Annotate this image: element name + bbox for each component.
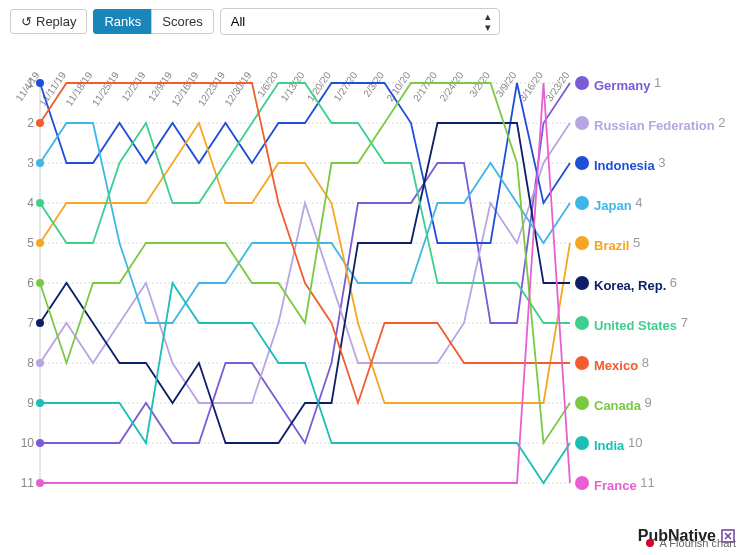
series-end-dot (575, 156, 589, 170)
series-label: Brazil 5 (594, 235, 640, 253)
series-start-dot (36, 119, 44, 127)
replay-button[interactable]: ↻ Replay (10, 9, 87, 34)
x-tick-label: 1/27/20 (331, 69, 359, 103)
series-line (40, 283, 570, 483)
replay-icon: ↻ (21, 14, 32, 29)
series-line (40, 123, 570, 323)
y-tick-label: 3 (27, 156, 34, 170)
series-end-dot (575, 396, 589, 410)
y-tick-label: 2 (27, 116, 34, 130)
series-label: India 10 (594, 435, 642, 453)
ranks-tab[interactable]: Ranks (93, 9, 152, 34)
series-label: Indonesia 3 (594, 155, 666, 173)
y-tick-label: 1 (27, 76, 34, 90)
x-tick-label: 1/13/20 (278, 69, 306, 103)
x-tick-label: 12/2/19 (119, 69, 147, 103)
x-tick-label: 12/30/19 (222, 69, 254, 108)
series-start-dot (36, 319, 44, 327)
series-start-dot (36, 359, 44, 367)
series-label: Korea, Rep. 6 (594, 275, 677, 293)
mode-toggle: Ranks Scores (93, 9, 213, 34)
series-end-dot (575, 196, 589, 210)
series-end-dot (575, 76, 589, 90)
y-tick-label: 7 (27, 316, 34, 330)
series-end-dot (575, 476, 589, 490)
series-start-dot (36, 279, 44, 287)
x-tick-label: 1/6/20 (255, 69, 280, 98)
series-end-dot (575, 116, 589, 130)
series-label: Russian Federation 2 (594, 115, 725, 133)
y-tick-label: 8 (27, 356, 34, 370)
filter-value: All (231, 14, 245, 29)
x-tick-label: 2/24/20 (437, 69, 465, 103)
series-end-dot (575, 276, 589, 290)
y-tick-label: 6 (27, 276, 34, 290)
series-start-dot (36, 439, 44, 447)
series-start-dot (36, 159, 44, 167)
toolbar: ↻ Replay Ranks Scores All ▴▾ (0, 0, 750, 43)
series-end-dot (575, 356, 589, 370)
series-start-dot (36, 399, 44, 407)
series-end-dot (575, 436, 589, 450)
scores-tab[interactable]: Scores (151, 9, 213, 34)
series-start-dot (36, 479, 44, 487)
replay-label: Replay (36, 14, 76, 29)
filter-select[interactable]: All ▴▾ (220, 8, 500, 35)
series-end-dot (575, 316, 589, 330)
y-tick-label: 10 (21, 436, 35, 450)
credit[interactable]: A Flourish chart (646, 537, 736, 549)
series-line (40, 83, 570, 443)
series-start-dot (36, 199, 44, 207)
series-label: Germany 1 (594, 75, 661, 93)
series-label: Japan 4 (594, 195, 642, 213)
rank-chart: 11/4/1911/11/1911/18/1911/25/1912/2/1912… (10, 43, 740, 493)
chevron-updown-icon: ▴▾ (485, 11, 491, 33)
series-start-dot (36, 79, 44, 87)
series-label: United States 7 (594, 315, 688, 333)
flourish-icon (646, 539, 654, 547)
y-tick-label: 5 (27, 236, 34, 250)
series-start-dot (36, 239, 44, 247)
series-label: France 11 (594, 475, 655, 493)
y-tick-label: 4 (27, 196, 34, 210)
x-tick-label: 2/17/20 (411, 69, 439, 103)
x-tick-label: 12/9/19 (146, 69, 174, 103)
x-tick-label: 3/2/20 (467, 69, 492, 98)
x-tick-label: 11/25/19 (90, 69, 122, 108)
series-label: Mexico 8 (594, 355, 649, 373)
y-tick-label: 11 (21, 476, 35, 490)
x-tick-label: 2/3/20 (361, 69, 386, 98)
series-label: Canada 9 (594, 395, 652, 413)
footer: PubNative (0, 521, 750, 551)
y-tick-label: 9 (27, 396, 34, 410)
series-end-dot (575, 236, 589, 250)
series-line (40, 83, 570, 443)
